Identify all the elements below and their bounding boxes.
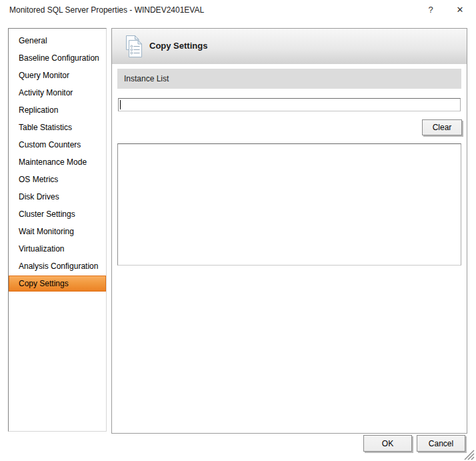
- sidebar-item-general[interactable]: General: [9, 32, 106, 49]
- text-caret: [120, 100, 121, 109]
- close-icon[interactable]: ✕: [445, 0, 475, 20]
- sidebar-item-virtualization[interactable]: Virtualization: [9, 240, 106, 258]
- sidebar-item-analysis-configuration[interactable]: Analysis Configuration: [9, 258, 106, 275]
- sidebar-item-cluster-settings[interactable]: Cluster Settings: [9, 205, 106, 223]
- panel-title: Copy Settings: [149, 41, 207, 51]
- sidebar-item-activity-monitor[interactable]: Activity Monitor: [9, 84, 106, 101]
- settings-nav-sidebar: General Baseline Configuration Query Mon…: [8, 28, 107, 432]
- copy-pages-icon: [123, 35, 145, 59]
- ok-button[interactable]: OK: [363, 435, 412, 452]
- instance-list-label: Instance List: [124, 74, 169, 83]
- window-title: Monitored SQL Server Properties - WINDEV…: [9, 5, 204, 15]
- cancel-button[interactable]: Cancel: [417, 435, 465, 452]
- sidebar-item-maintenance-mode[interactable]: Maintenance Mode: [9, 153, 106, 171]
- monitored-sql-server-properties-dialog: Monitored SQL Server Properties - WINDEV…: [0, 0, 476, 461]
- panel-header: Copy Settings: [112, 29, 467, 64]
- sidebar-item-table-statistics[interactable]: Table Statistics: [9, 119, 106, 136]
- sidebar-item-os-metrics[interactable]: OS Metrics: [9, 171, 106, 188]
- sidebar-item-baseline-configuration[interactable]: Baseline Configuration: [9, 49, 106, 67]
- copy-settings-panel: Copy Settings Instance List Clear: [111, 28, 467, 434]
- resize-grip-icon[interactable]: [464, 450, 475, 460]
- instance-filter-input[interactable]: [118, 98, 461, 111]
- instance-list-section-header: Instance List: [117, 69, 461, 89]
- sidebar-item-wait-monitoring[interactable]: Wait Monitoring: [9, 223, 106, 240]
- clear-button[interactable]: Clear: [422, 119, 462, 135]
- sidebar-item-disk-drives[interactable]: Disk Drives: [9, 188, 106, 205]
- sidebar-item-copy-settings[interactable]: Copy Settings: [9, 276, 106, 292]
- sidebar-item-query-monitor[interactable]: Query Monitor: [9, 67, 106, 84]
- sidebar-item-custom-counters[interactable]: Custom Counters: [9, 136, 106, 153]
- title-bar: Monitored SQL Server Properties - WINDEV…: [0, 0, 476, 20]
- sidebar-item-replication[interactable]: Replication: [9, 101, 106, 119]
- help-icon[interactable]: ?: [419, 0, 443, 20]
- instance-listbox[interactable]: [117, 143, 461, 266]
